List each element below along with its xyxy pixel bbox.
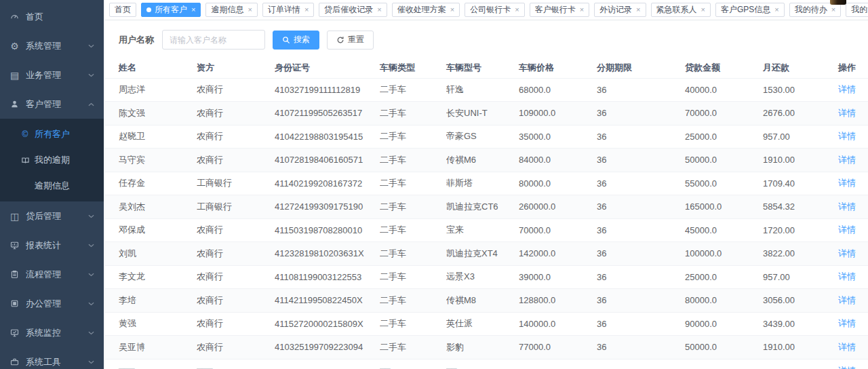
tab-close-icon[interactable]: × [580, 6, 584, 14]
cell-capital: 农商行 [197, 336, 275, 360]
tab-7[interactable]: 客户银行卡× [530, 3, 589, 17]
tab-11[interactable]: 我的待办× [789, 3, 841, 17]
cell-vehicle-model: 菲斯塔 [446, 172, 519, 195]
tab-3[interactable]: 订单详情× [262, 3, 314, 17]
detail-link[interactable]: 详情 [838, 366, 856, 369]
detail-link[interactable]: 详情 [838, 131, 856, 141]
cell-vehicle-type: □□ [380, 359, 446, 369]
cell-installment-term: 36 [597, 312, 685, 336]
sidebar-item-0[interactable]: 首页 [0, 2, 104, 31]
table-row: 邓保成农商行411503198708280010二手车宝来70000.03645… [105, 218, 868, 242]
sidebar-item-4[interactable]: ◫贷后管理 [0, 201, 104, 231]
cell-monthly-payment: 1910.00 [763, 336, 832, 360]
column-header-1: 资方 [197, 58, 275, 78]
column-header-7: 贷款金额 [685, 58, 763, 78]
tab-label: 紧急联系人 [656, 4, 697, 16]
tab-4[interactable]: 贷后催收记录× [319, 3, 387, 17]
column-header-9: 操作 [832, 58, 868, 78]
cell-vehicle-price: 35000.0 [519, 125, 597, 149]
search-button[interactable]: 搜索 [273, 31, 319, 50]
cell-capital: □□□ [197, 359, 275, 369]
detail-link[interactable]: 详情 [838, 342, 856, 352]
detail-link[interactable]: 详情 [838, 84, 856, 94]
tab-close-icon[interactable]: × [701, 6, 705, 14]
cell-monthly-payment: 3056.00 [763, 289, 832, 313]
tab-close-icon[interactable]: × [831, 6, 835, 14]
table-row: 黄强农商行41152720000215809X二手车英仕派140000.0369… [105, 312, 868, 336]
reset-button[interactable]: 重置 [327, 31, 374, 50]
tab-label: 公司银行卡 [470, 4, 511, 16]
cell-monthly-payment: 5854.32 [763, 195, 832, 219]
cell-name: 赵晓卫 [105, 125, 197, 149]
toolbox-icon [9, 357, 20, 367]
tab-0[interactable]: 首页 [109, 3, 136, 17]
tab-5[interactable]: 催收处理方案× [392, 3, 460, 17]
sidebar-subitem-label: 逾期信息 [35, 180, 70, 192]
column-header-5: 车辆价格 [519, 58, 597, 78]
tab-8[interactable]: 外访记录× [594, 3, 646, 17]
cell-loan-amount: 50000.0 [685, 336, 763, 360]
tab-9[interactable]: 紧急联系人× [651, 3, 711, 17]
tab-close-icon[interactable]: × [515, 6, 519, 14]
avatar-partial[interactable] [830, 0, 846, 5]
tab-label: 客户GPS信息 [721, 4, 770, 16]
sidebar-item-6[interactable]: 流程管理 [0, 260, 104, 289]
chevron-down-icon [88, 331, 94, 335]
detail-link[interactable]: 详情 [838, 108, 856, 118]
cell-vehicle-model: 英仕派 [446, 312, 519, 336]
clipboard-icon [9, 269, 20, 279]
detail-link[interactable]: 详情 [838, 271, 856, 281]
tab-close-icon[interactable]: × [191, 6, 195, 14]
cell-capital: 工商银行 [197, 195, 275, 219]
sidebar-submenu: ©所有客户我的逾期逾期信息 [0, 119, 104, 201]
cell-installment-term: 36 [597, 289, 685, 313]
sidebar-item-8[interactable]: 系统监控 [0, 318, 104, 347]
detail-link[interactable]: 详情 [838, 248, 856, 258]
tab-6[interactable]: 公司银行卡× [465, 3, 524, 17]
search-input[interactable] [162, 30, 265, 50]
tab-close-icon[interactable]: × [304, 6, 309, 14]
cell-vehicle-model: 长安UNI-T [446, 102, 519, 125]
detail-link[interactable]: 详情 [838, 318, 856, 328]
sidebar-item-2[interactable]: ▤业务管理 [0, 60, 104, 90]
tab-close-icon[interactable]: × [377, 6, 381, 14]
cell-loan-amount: 50000.0 [685, 149, 763, 172]
main-area: 首页所有客户×逾期信息×订单详情×贷后催收记录×催收处理方案×公司银行卡×客户银… [104, 0, 868, 369]
tab-10[interactable]: 客户GPS信息× [715, 3, 785, 17]
detail-link[interactable]: 详情 [838, 225, 856, 235]
detail-link[interactable]: 详情 [838, 178, 856, 188]
tab-12[interactable]: 我的流程× [846, 3, 868, 17]
tab-label: 所有客户 [155, 4, 187, 16]
sidebar-subitem-label: 所有客户 [35, 128, 70, 140]
sidebar-item-3[interactable]: 客户管理 [0, 90, 104, 119]
cell-action: 详情 [832, 218, 868, 242]
tab-2[interactable]: 逾期信息× [205, 3, 257, 17]
cell-vehicle-model: 帝豪GS [446, 125, 519, 149]
detail-link[interactable]: 详情 [838, 201, 856, 212]
tab-close-icon[interactable]: × [450, 6, 454, 14]
cell-name: 吴亚博 [105, 336, 197, 360]
tab-close-icon[interactable]: × [248, 6, 252, 14]
detail-link[interactable]: 详情 [838, 295, 856, 305]
sidebar-item-5[interactable]: 报表统计 [0, 231, 104, 260]
tab-close-icon[interactable]: × [774, 6, 778, 14]
tab-1[interactable]: 所有客户× [141, 3, 201, 17]
tab-close-icon[interactable]: × [636, 6, 640, 14]
detail-link[interactable]: 详情 [838, 155, 856, 165]
grid-icon: ▤ [9, 70, 20, 80]
cell-name: □□□ [105, 359, 197, 369]
sidebar-item-9[interactable]: 系统工具 [0, 347, 104, 369]
cell-id-number: 410422198803195415 [275, 125, 380, 149]
cell-vehicle-price: 128800.0 [519, 289, 597, 313]
cell-vehicle-type: 二手车 [380, 289, 446, 313]
cell-id-number: 410721199505263517 [275, 102, 380, 125]
sidebar-subitem-2[interactable]: 逾期信息 [0, 173, 104, 199]
sidebar-item-1[interactable]: ⚙系统管理 [0, 31, 104, 60]
sidebar-item-label: 流程管理 [26, 269, 85, 281]
cell-name: 李培 [105, 289, 197, 313]
cell-vehicle-price [519, 359, 597, 369]
sidebar-item-7[interactable]: 办公管理 [0, 289, 104, 318]
sidebar-subitem-1[interactable]: 我的逾期 [0, 147, 104, 173]
dashboard-icon [9, 12, 20, 22]
sidebar-subitem-0[interactable]: ©所有客户 [0, 121, 104, 147]
